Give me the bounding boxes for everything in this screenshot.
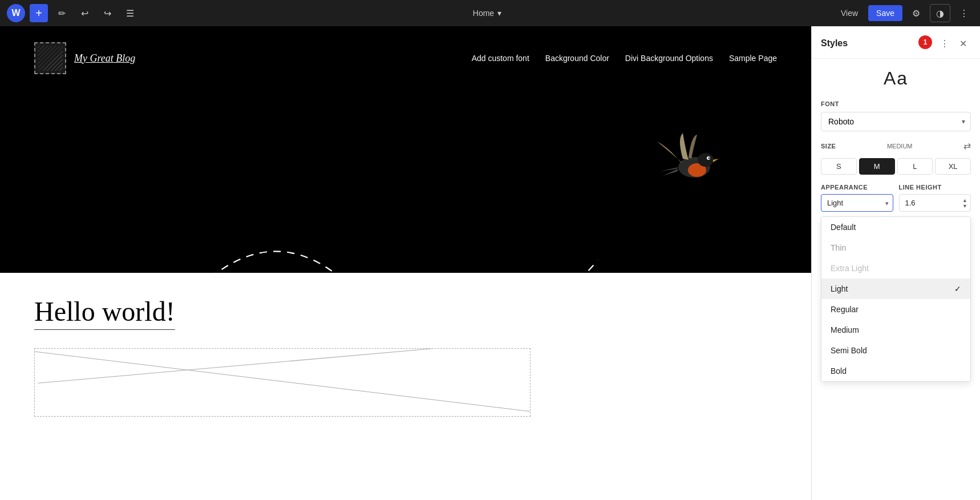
- typography-preview-label: Aa: [821, 68, 971, 89]
- size-reset-button[interactable]: ⇄: [963, 140, 971, 151]
- undo-button[interactable]: ↩: [75, 4, 94, 22]
- post-image-svg: [35, 349, 531, 417]
- view-button[interactable]: View: [835, 5, 864, 21]
- line-height-up-button[interactable]: ▲: [962, 197, 967, 203]
- svg-point-2: [698, 153, 714, 167]
- size-xl-button[interactable]: XL: [935, 158, 971, 175]
- size-label: SIZE: [821, 143, 836, 150]
- settings-icon-button[interactable]: ⚙: [907, 4, 925, 22]
- size-s-button[interactable]: S: [821, 158, 857, 175]
- top-bar-right: View Save ⚙ ◑ ⋮: [835, 4, 973, 22]
- dropdown-item-semi-bold[interactable]: Semi Bold: [821, 340, 970, 361]
- list-view-button[interactable]: ☰: [121, 4, 139, 22]
- font-select-wrapper: Roboto ▾: [821, 112, 971, 131]
- dark-mode-toggle[interactable]: ◑: [930, 4, 950, 22]
- check-mark-icon: ✓: [954, 284, 961, 293]
- dropdown-item-medium[interactable]: Medium: [821, 320, 970, 340]
- dropdown-item-thin[interactable]: Thin: [821, 237, 970, 258]
- edit-button[interactable]: ✏: [52, 4, 71, 22]
- appearance-col: APPEARANCE Light ▾: [821, 184, 893, 212]
- appearance-label: APPEARANCE: [821, 184, 893, 191]
- bird-illustration: [651, 130, 737, 193]
- appearance-select[interactable]: Light: [821, 194, 893, 212]
- site-logo-area: My Great Blog: [34, 42, 135, 74]
- line-height-wrapper: ▲ ▼: [899, 194, 971, 212]
- nav-item-sample[interactable]: Sample Page: [729, 54, 777, 63]
- more-options-button[interactable]: ⋮: [955, 4, 973, 22]
- canvas-area: My Great Blog Add custom font Background…: [0, 26, 811, 500]
- line-height-col: LINE HEIGHT ▲ ▼: [899, 184, 971, 212]
- dropdown-item-regular[interactable]: Regular: [821, 299, 970, 320]
- panel-body: Aa FONT Roboto ▾ SIZE MEDIUM ⇄ S M L XL: [812, 59, 980, 500]
- font-section-label: FONT: [821, 100, 971, 107]
- site-wrapper: My Great Blog Add custom font Background…: [0, 26, 811, 500]
- line-height-down-button[interactable]: ▼: [962, 203, 967, 208]
- site-hero: 2: [0, 90, 811, 273]
- panel-more-options[interactable]: ⋮: [937, 35, 953, 51]
- size-m-button[interactable]: M: [859, 158, 895, 175]
- styles-panel: Styles 1 ⋮ ✕ Aa FONT Roboto ▾ SIZE MEDIU…: [811, 26, 980, 500]
- panel-close-button[interactable]: ✕: [955, 35, 971, 51]
- wp-logo: W: [7, 4, 25, 22]
- line-height-spinners: ▲ ▼: [962, 197, 967, 208]
- logo-placeholder: [34, 42, 66, 74]
- panel-header-icons: 1 ⋮ ✕: [918, 35, 971, 51]
- site-content: Hello world!: [0, 273, 811, 439]
- line-height-label: LINE HEIGHT: [899, 184, 971, 191]
- svg-point-4: [708, 158, 710, 159]
- step-1-indicator: 1: [918, 35, 932, 49]
- main-content: My Great Blog Add custom font Background…: [0, 26, 980, 500]
- nav-item-bg-color[interactable]: Background Color: [545, 54, 609, 63]
- post-image-placeholder: [34, 348, 531, 417]
- nav-item-divi[interactable]: Divi Background Options: [625, 54, 713, 63]
- appearance-lineheight-row: APPEARANCE Light ▾ LINE HEIGHT ▲: [821, 184, 971, 212]
- add-block-button[interactable]: +: [30, 4, 48, 22]
- home-label: Home: [473, 9, 494, 18]
- dropdown-item-light[interactable]: Light ✓: [821, 279, 970, 299]
- save-button[interactable]: Save: [868, 5, 902, 21]
- site-nav: Add custom font Background Color Divi Ba…: [472, 54, 777, 63]
- chevron-down-icon: ▾: [497, 9, 501, 18]
- appearance-dropdown-list: Default Thin Extra Light Light ✓ Regular…: [821, 216, 971, 382]
- font-select[interactable]: Roboto: [821, 112, 971, 131]
- dropdown-item-extra-light[interactable]: Extra Light: [821, 258, 970, 279]
- top-bar: W + ✏ ↩ ↪ ☰ Home ▾ View Save ⚙ ◑ ⋮: [0, 0, 980, 26]
- size-row: SIZE MEDIUM ⇄: [821, 140, 971, 151]
- site-title: My Great Blog: [74, 53, 135, 64]
- size-current-label: MEDIUM: [887, 143, 913, 150]
- nav-item-add-font[interactable]: Add custom font: [472, 54, 529, 63]
- panel-title: Styles: [821, 38, 848, 49]
- dropdown-item-bold[interactable]: Bold: [821, 361, 970, 381]
- size-buttons: S M L XL: [821, 158, 971, 175]
- size-l-button[interactable]: L: [897, 158, 933, 175]
- panel-header: Styles 1 ⋮ ✕: [812, 26, 980, 59]
- home-dropdown-button[interactable]: Home ▾: [467, 5, 507, 21]
- post-title: Hello world!: [34, 296, 175, 330]
- site-header: My Great Blog Add custom font Background…: [0, 26, 811, 90]
- svg-line-5: [35, 352, 531, 412]
- appearance-select-wrapper: Light ▾: [821, 194, 893, 212]
- dropdown-item-default[interactable]: Default: [821, 217, 970, 237]
- redo-button[interactable]: ↪: [98, 4, 116, 22]
- line-height-input[interactable]: [899, 194, 971, 212]
